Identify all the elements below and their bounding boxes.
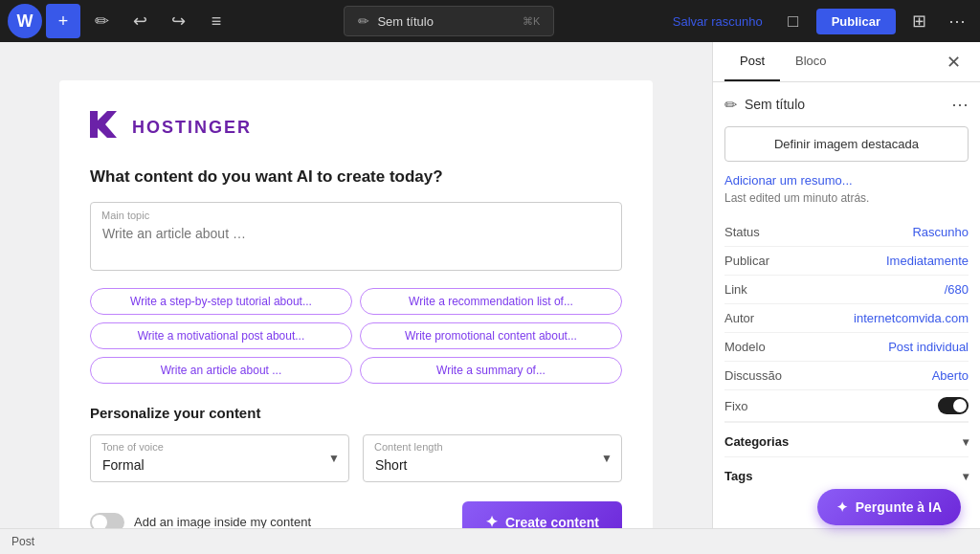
length-label: Content length: [374, 441, 443, 453]
publicar-value[interactable]: Imediatamente: [886, 254, 969, 268]
main-topic-input[interactable]: [90, 202, 622, 271]
add-block-button[interactable]: +: [46, 4, 80, 38]
chips-grid: Write a step-by-step tutorial about... W…: [90, 288, 622, 384]
autor-label: Autor: [724, 311, 754, 325]
topbar-left: W + ✏ ↩ ↪ ≡: [8, 4, 234, 38]
textarea-wrap: Main topic: [90, 202, 622, 275]
publicar-label: Publicar: [724, 254, 769, 268]
sidebar-tabs: Post Bloco ✕: [713, 42, 980, 82]
fixo-label: Fixo: [724, 399, 748, 413]
topbar-right: Salvar rascunho □ Publicar ⊞ ⋯: [665, 6, 972, 36]
chip-2[interactable]: Write a motivational post about...: [90, 322, 352, 349]
list-view-button[interactable]: ≡: [199, 4, 234, 38]
keyboard-shortcut: ⌘K: [523, 15, 540, 28]
status-label: Status: [724, 225, 760, 239]
discussao-value[interactable]: Aberto: [932, 368, 969, 383]
tone-wrap: Tone of voice Formal Casual Professional…: [90, 434, 349, 482]
meta-row-status: Status Rascunho: [724, 218, 969, 247]
image-toggle[interactable]: [90, 513, 124, 529]
chip-1[interactable]: Write a recommendation list of...: [360, 288, 622, 315]
meta-row-modelo: Modelo Post individual: [724, 333, 969, 362]
wp-logo[interactable]: W: [8, 4, 42, 38]
ask-ai-sparkle-icon: ✦: [836, 499, 848, 515]
pen-button[interactable]: ✏: [84, 4, 119, 38]
discussao-label: Discussão: [724, 368, 782, 383]
tab-post[interactable]: Post: [724, 42, 780, 81]
chip-0[interactable]: Write a step-by-step tutorial about...: [90, 288, 352, 315]
hostinger-label: HOSTINGER: [132, 118, 252, 138]
post-title-text: ✏ Sem título: [724, 96, 805, 114]
categories-label: Categorias: [724, 434, 789, 449]
bottom-row: Add an image inside my content ✦ Create …: [90, 501, 622, 528]
personalize-title: Personalize your content: [90, 405, 622, 421]
modelo-label: Modelo: [724, 340, 766, 354]
add-summary-link[interactable]: Adicionar um resumo...: [724, 173, 969, 188]
bottom-post-label: Post: [11, 535, 34, 548]
create-btn-label: Create content: [505, 515, 599, 529]
meta-row-link: Link /680: [724, 276, 969, 304]
sidebar-icon: ⊞: [912, 11, 926, 32]
meta-row-fixo: Fixo: [724, 390, 969, 422]
image-toggle-label: Add an image inside my content: [134, 515, 311, 528]
categories-arrow-icon: ▾: [963, 435, 969, 449]
title-pen-icon: ✏: [358, 13, 369, 29]
hostinger-header: HOSTINGER: [90, 111, 622, 144]
preview-button[interactable]: □: [778, 6, 809, 36]
chip-4[interactable]: Write an article about ...: [90, 357, 352, 384]
page-title: Sem título: [377, 14, 434, 29]
fixo-toggle[interactable]: [938, 397, 969, 414]
ai-question: What content do you want AI to create to…: [90, 167, 622, 187]
publish-button[interactable]: Publicar: [816, 9, 896, 34]
featured-image-button[interactable]: Definir imagem destacada: [724, 126, 969, 162]
link-label: Link: [724, 282, 747, 297]
meta-row-publicar: Publicar Imediatamente: [724, 247, 969, 276]
meta-row-discussao: Discussão Aberto: [724, 362, 969, 390]
tags-label: Tags: [724, 469, 752, 483]
toggle-knob: [92, 515, 107, 529]
autor-value[interactable]: internetcomvida.com: [854, 311, 969, 325]
post-pen-icon: ✏: [724, 96, 737, 114]
topbar: W + ✏ ↩ ↪ ≡ ✏ Sem título ⌘K Salvar rascu…: [0, 0, 980, 42]
textarea-label: Main topic: [101, 210, 149, 221]
chip-3[interactable]: Write promotional content about...: [360, 322, 622, 349]
save-draft-button[interactable]: Salvar rascunho: [665, 14, 770, 29]
undo-icon: ↩: [133, 11, 147, 32]
modelo-value[interactable]: Post individual: [888, 340, 969, 354]
sidebar-toggle-button[interactable]: ⊞: [903, 6, 934, 36]
tab-bloco[interactable]: Bloco: [780, 42, 842, 81]
tone-label: Tone of voice: [101, 441, 164, 453]
status-value[interactable]: Rascunho: [912, 225, 969, 239]
editor-area: HOSTINGER What content do you want AI to…: [0, 42, 712, 528]
pen-icon: ✏: [95, 11, 109, 32]
categories-section[interactable]: Categorias ▾: [724, 422, 969, 456]
post-title-row: ✏ Sem título ⋯: [724, 94, 969, 115]
chip-5[interactable]: Write a summary of...: [360, 357, 622, 384]
meta-row-autor: Autor internetcomvida.com: [724, 304, 969, 333]
tags-section[interactable]: Tags ▾: [724, 456, 969, 491]
redo-button[interactable]: ↪: [161, 4, 195, 38]
preview-icon: □: [788, 11, 798, 32]
right-sidebar: Post Bloco ✕ ✏ Sem título ⋯ Definir imag…: [712, 42, 980, 528]
link-value[interactable]: /680: [945, 282, 969, 297]
sidebar-body: ✏ Sem título ⋯ Definir imagem destacada …: [713, 82, 980, 528]
create-content-button[interactable]: ✦ Create content: [462, 501, 622, 528]
sparkle-icon: ✦: [485, 513, 498, 528]
more-options-button[interactable]: ⋯: [942, 6, 972, 36]
last-edited: Last edited um minuto atrás.: [724, 191, 969, 205]
ask-ai-button[interactable]: ✦ Pergunte à IA: [817, 489, 961, 525]
post-title: Sem título: [745, 97, 805, 112]
redo-icon: ↪: [171, 11, 186, 32]
sidebar-close-button[interactable]: ✕: [939, 42, 969, 81]
title-bar[interactable]: ✏ Sem título ⌘K: [344, 6, 554, 36]
topbar-center: ✏ Sem título ⌘K: [239, 6, 659, 36]
main-layout: HOSTINGER What content do you want AI to…: [0, 42, 980, 528]
hostinger-logo-icon: [90, 111, 124, 144]
editor-content: HOSTINGER What content do you want AI to…: [59, 80, 653, 528]
tags-arrow-icon: ▾: [963, 470, 969, 483]
list-icon: ≡: [212, 11, 222, 32]
length-wrap: Content length Short Medium Long ▼: [363, 434, 622, 482]
undo-button[interactable]: ↩: [122, 4, 157, 38]
image-toggle-wrap: Add an image inside my content: [90, 513, 311, 529]
add-icon: +: [58, 11, 69, 32]
post-menu-button[interactable]: ⋯: [951, 94, 969, 115]
